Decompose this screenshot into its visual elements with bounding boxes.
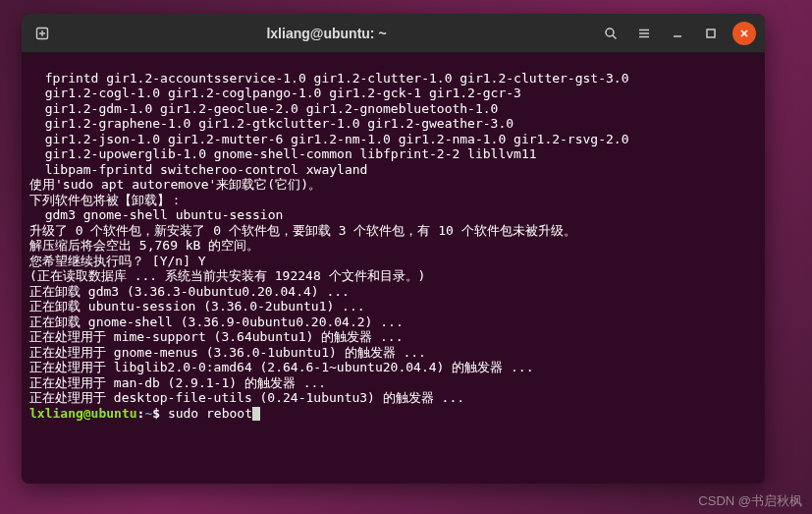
output-line: gir1.2-upowerglib-1.0 gnome-shell-common… <box>29 146 537 161</box>
terminal-window: lxliang@ubuntu: ~ <box>22 14 765 484</box>
output-line: 您希望继续执行吗？ [Y/n] Y <box>29 254 206 268</box>
minimize-icon <box>671 27 684 40</box>
output-line: 正在处理用于 desktop-file-utils (0.24-1ubuntu3… <box>29 390 464 405</box>
output-line: 正在处理用于 gnome-menus (3.36.0-1ubuntu1) 的触发… <box>29 345 426 360</box>
new-tab-icon <box>35 27 49 40</box>
output-line: gir1.2-json-1.0 gir1.2-mutter-6 gir1.2-n… <box>29 132 628 146</box>
hamburger-icon <box>637 27 651 40</box>
output-line: (正在读取数据库 ... 系统当前共安装有 192248 个文件和目录。) <box>29 268 425 283</box>
output-line: 正在处理用于 mime-support (3.64ubuntu1) 的触发器 .… <box>29 329 403 344</box>
output-line: 使用'sudo apt autoremove'来卸载它(它们)。 <box>29 177 321 192</box>
output-line: gir1.2-gdm-1.0 gir1.2-geoclue-2.0 gir1.2… <box>29 101 498 116</box>
output-line: 正在处理用于 libglib2.0-0:amd64 (2.64.6-1~ubun… <box>29 360 534 374</box>
titlebar-right <box>596 19 759 48</box>
window-title: lxliang@ubuntu: ~ <box>63 26 590 41</box>
svg-line-4 <box>613 35 617 39</box>
output-line: 正在卸载 gdm3 (3.36.3-0ubuntu0.20.04.4) ... <box>29 284 350 299</box>
svg-point-3 <box>606 29 614 36</box>
prompt-user-host: lxliang@ubuntu <box>29 406 137 421</box>
output-line: gir1.2-cogl-1.0 gir1.2-coglpango-1.0 gir… <box>29 86 521 100</box>
output-line: 正在卸载 gnome-shell (3.36.9-0ubuntu0.20.04.… <box>29 314 404 329</box>
cursor <box>252 407 260 421</box>
output-line: gir1.2-graphene-1.0 gir1.2-gtkclutter-1.… <box>29 116 514 131</box>
typed-command: sudo reboot <box>168 406 252 421</box>
prompt-dollar: $ <box>152 406 168 421</box>
output-line: 下列软件包将被【卸载】： <box>29 193 183 207</box>
terminal-body[interactable]: fprintd gir1.2-accountsservice-1.0 gir1.… <box>22 53 765 484</box>
watermark: CSDN @书启秋枫 <box>698 492 802 510</box>
search-icon <box>604 27 618 40</box>
output-line: 正在处理用于 man-db (2.9.1-1) 的触发器 ... <box>29 375 326 390</box>
minimize-button[interactable] <box>663 19 692 48</box>
output-line: 解压缩后将会空出 5,769 kB 的空间。 <box>29 238 259 253</box>
output-line: gdm3 gnome-shell ubuntu-session <box>29 207 283 222</box>
titlebar: lxliang@ubuntu: ~ <box>22 14 765 53</box>
svg-rect-9 <box>707 29 715 37</box>
close-button[interactable] <box>730 19 759 48</box>
output-line: 升级了 0 个软件包，新安装了 0 个软件包，要卸载 3 个软件包，有 10 个… <box>29 223 576 238</box>
output-line: libpam-fprintd switcheroo-control xwayla… <box>29 162 367 177</box>
prompt-line: lxliang@ubuntu:~$ sudo reboot <box>29 406 260 421</box>
maximize-icon <box>704 27 718 40</box>
output-line: fprintd gir1.2-accountsservice-1.0 gir1.… <box>29 71 628 86</box>
maximize-button[interactable] <box>696 19 726 48</box>
new-tab-button[interactable] <box>27 19 57 48</box>
titlebar-left <box>27 19 57 48</box>
output-line: 正在卸载 ubuntu-session (3.36.0-2ubuntu1) ..… <box>29 299 365 314</box>
close-icon <box>732 22 756 45</box>
search-button[interactable] <box>596 19 625 48</box>
menu-button[interactable] <box>629 19 659 48</box>
